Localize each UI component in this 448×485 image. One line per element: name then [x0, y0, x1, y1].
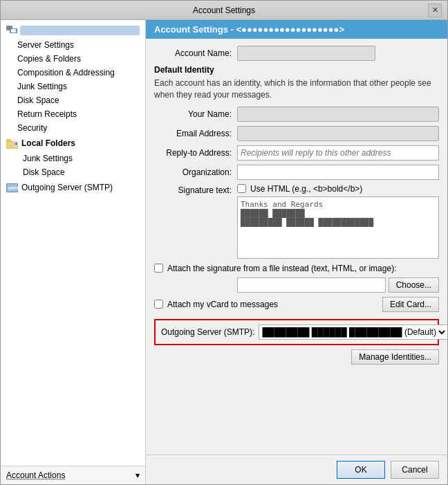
attach-file-row: Choose...: [154, 277, 439, 293]
attach-vcard-label: Attach my vCard to messages: [167, 300, 278, 309]
account-actions-label: Account Actions: [6, 470, 65, 480]
account-actions-dropdown-icon: ▾: [136, 470, 140, 480]
sidebar-local-folders[interactable]: i Local Folders: [1, 135, 145, 152]
sidebar-content: Server Settings Copies & Folders Composi…: [1, 20, 145, 466]
use-html-checkbox[interactable]: [237, 184, 246, 193]
sidebar-item-copies-folders[interactable]: Copies & Folders: [1, 52, 145, 66]
account-email: [20, 26, 140, 35]
cancel-button[interactable]: Cancel: [391, 461, 439, 479]
attach-vcard-checkbox-row: Attach my vCard to messages: [154, 300, 278, 309]
content-area: Server Settings Copies & Folders Composi…: [1, 20, 447, 484]
svg-text:SMTP: SMTP: [8, 186, 19, 190]
attach-vcard-checkbox[interactable]: [154, 300, 163, 309]
attach-sig-section: Attach the signature from a file instead…: [154, 264, 439, 293]
choose-button[interactable]: Choose...: [389, 277, 439, 293]
account-actions-button[interactable]: Account Actions ▾: [1, 466, 145, 484]
your-name-input[interactable]: [237, 107, 439, 122]
outgoing-smtp-label: Outgoing Server (SMTP): [21, 183, 113, 192]
local-folders-icon: i: [6, 138, 19, 149]
use-html-row: Use HTML (e.g., <b>bold</b>): [237, 184, 439, 194]
sidebar-item-junk-settings[interactable]: Junk Settings: [1, 80, 145, 93]
your-name-row: Your Name:: [154, 107, 439, 122]
svg-rect-4: [6, 139, 11, 142]
close-button[interactable]: ✕: [428, 3, 442, 17]
account-name-label: Account Name:: [154, 48, 237, 58]
sidebar-item-server-settings[interactable]: Server Settings: [1, 38, 145, 52]
signature-text-row: Signature text: Use HTML (e.g., <b>bold<…: [154, 184, 439, 261]
sidebar-account-header[interactable]: [1, 23, 145, 38]
smtp-icon: SMTP: [6, 182, 19, 193]
manage-identities-button[interactable]: Manage Identities...: [351, 349, 439, 365]
attach-vcard-row: Attach my vCard to messages Edit Card...: [154, 297, 439, 312]
use-html-label: Use HTML (e.g., <b>bold</b>): [250, 184, 362, 194]
edit-card-button[interactable]: Edit Card...: [382, 297, 439, 312]
reply-to-row: Reply-to Address:: [154, 145, 439, 161]
signature-text-label: Signature text:: [154, 184, 237, 195]
organization-label: Organization:: [154, 167, 237, 177]
account-settings-window: Account Settings ✕: [0, 0, 448, 485]
account-icon: [6, 26, 17, 35]
default-identity-title: Default Identity: [154, 65, 439, 75]
sidebar-item-outgoing-smtp[interactable]: SMTP Outgoing Server (SMTP): [1, 179, 145, 196]
attach-sig-checkbox[interactable]: [154, 264, 163, 273]
outgoing-server-label: Outgoing Server (SMTP):: [161, 327, 254, 337]
organization-input[interactable]: [237, 165, 439, 180]
titlebar: Account Settings ✕: [1, 1, 447, 20]
your-name-label: Your Name:: [154, 109, 237, 119]
svg-rect-2: [11, 29, 16, 33]
email-address-label: Email Address:: [154, 129, 237, 138]
window-title: Account Settings: [20, 6, 428, 15]
panel-footer: OK Cancel: [146, 455, 447, 484]
account-name-input[interactable]: [237, 46, 375, 61]
sidebar-item-disk-space[interactable]: Disk Space: [1, 93, 145, 107]
panel-body: Account Name: Default Identity Each acco…: [146, 39, 447, 455]
sidebar-item-return-receipts[interactable]: Return Receipts: [1, 107, 145, 121]
email-address-input[interactable]: [237, 126, 439, 141]
email-address-row: Email Address:: [154, 126, 439, 141]
manage-identities-row: Manage Identities...: [154, 349, 439, 365]
panel-header: Account Settings - <●●●●●●●●●●●●●●●●●●>: [146, 20, 447, 39]
local-folders-label: Local Folders: [21, 138, 75, 148]
sidebar-item-security[interactable]: Security: [1, 121, 145, 135]
account-name-row: Account Name:: [154, 46, 439, 61]
organization-row: Organization:: [154, 165, 439, 180]
main-panel: Account Settings - <●●●●●●●●●●●●●●●●●●> …: [146, 20, 447, 484]
attach-file-input[interactable]: [237, 277, 386, 293]
default-identity-section: Default Identity Each account has an ide…: [154, 65, 439, 101]
sidebar-item-lf-disk[interactable]: Disk Space: [1, 165, 145, 179]
default-identity-desc: Each account has an identity, which is t…: [154, 77, 439, 101]
ok-button[interactable]: OK: [337, 461, 385, 479]
signature-text-area: Use HTML (e.g., <b>bold</b>) Thanks and …: [237, 184, 439, 261]
sidebar-item-composition-addressing[interactable]: Composition & Addressing: [1, 66, 145, 80]
attach-sig-checkbox-row: Attach the signature from a file instead…: [154, 264, 439, 273]
reply-to-input[interactable]: [237, 145, 439, 161]
signature-textarea[interactable]: Thanks and Regards ██████ ███████ ██████…: [237, 196, 439, 259]
sidebar-item-lf-junk[interactable]: Junk Settings: [1, 152, 145, 165]
outgoing-server-section: Outgoing Server (SMTP): ████████ ██████ …: [154, 319, 439, 345]
outgoing-server-select[interactable]: ████████ ██████ █████████ (Default): [259, 324, 447, 340]
sidebar: Server Settings Copies & Folders Composi…: [1, 20, 146, 484]
reply-to-label: Reply-to Address:: [154, 148, 237, 158]
attach-sig-label: Attach the signature from a file instead…: [167, 264, 396, 273]
